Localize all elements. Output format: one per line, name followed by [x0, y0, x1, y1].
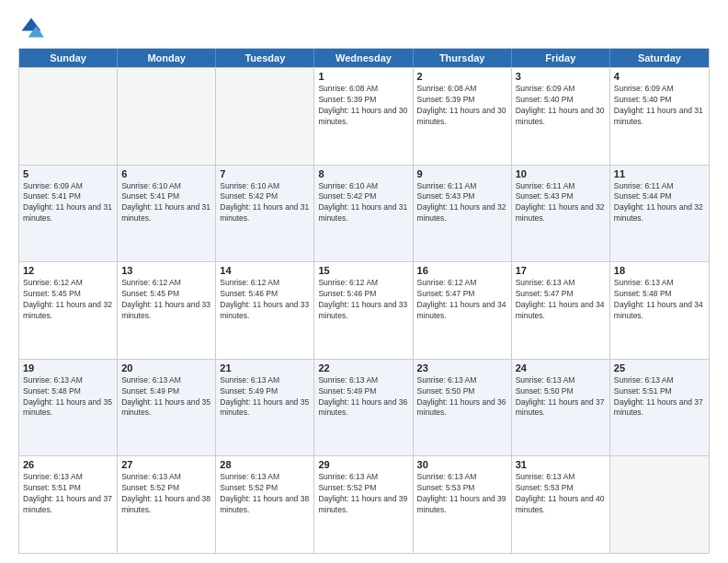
day-cell-22: 22Sunrise: 6:13 AMSunset: 5:49 PMDayligh…	[314, 360, 413, 456]
day-info: Sunrise: 6:11 AMSunset: 5:44 PMDaylight:…	[614, 181, 705, 225]
day-info: Sunrise: 6:13 AMSunset: 5:51 PMDaylight:…	[23, 472, 113, 516]
day-info: Sunrise: 6:13 AMSunset: 5:53 PMDaylight:…	[516, 472, 606, 516]
calendar-week-5: 26Sunrise: 6:13 AMSunset: 5:51 PMDayligh…	[19, 455, 709, 553]
day-number: 26	[23, 459, 113, 470]
day-cell-23: 23Sunrise: 6:13 AMSunset: 5:50 PMDayligh…	[414, 360, 512, 456]
day-info: Sunrise: 6:11 AMSunset: 5:43 PMDaylight:…	[516, 181, 606, 225]
day-number: 17	[516, 265, 606, 276]
day-cell-29: 29Sunrise: 6:13 AMSunset: 5:52 PMDayligh…	[314, 456, 413, 553]
day-number: 24	[516, 362, 606, 373]
header-day-sunday: Sunday	[19, 49, 118, 67]
day-number: 31	[516, 459, 606, 470]
day-info: Sunrise: 6:13 AMSunset: 5:50 PMDaylight:…	[417, 375, 507, 419]
day-cell-31: 31Sunrise: 6:13 AMSunset: 5:53 PMDayligh…	[512, 456, 610, 553]
day-info: Sunrise: 6:13 AMSunset: 5:49 PMDaylight:…	[121, 375, 211, 419]
page: SundayMondayTuesdayWednesdayThursdayFrid…	[0, 0, 728, 563]
day-info: Sunrise: 6:13 AMSunset: 5:52 PMDaylight:…	[318, 472, 408, 516]
day-cell-14: 14Sunrise: 6:12 AMSunset: 5:46 PMDayligh…	[216, 262, 314, 359]
day-number: 23	[417, 362, 507, 373]
header	[18, 15, 710, 40]
day-cell-8: 8Sunrise: 6:10 AMSunset: 5:42 PMDaylight…	[314, 166, 413, 262]
day-cell-1: 1Sunrise: 6:08 AMSunset: 5:39 PMDaylight…	[314, 68, 413, 165]
calendar-week-1: 1Sunrise: 6:08 AMSunset: 5:39 PMDaylight…	[19, 67, 709, 165]
day-number: 5	[23, 168, 113, 179]
day-number: 18	[614, 265, 705, 276]
day-number: 28	[220, 459, 310, 470]
header-day-wednesday: Wednesday	[314, 49, 413, 67]
day-info: Sunrise: 6:12 AMSunset: 5:47 PMDaylight:…	[417, 278, 507, 322]
day-cell-26: 26Sunrise: 6:13 AMSunset: 5:51 PMDayligh…	[19, 456, 118, 553]
calendar: SundayMondayTuesdayWednesdayThursdayFrid…	[18, 48, 710, 554]
day-number: 15	[318, 265, 408, 276]
day-cell-9: 9Sunrise: 6:11 AMSunset: 5:43 PMDaylight…	[414, 166, 512, 262]
day-info: Sunrise: 6:13 AMSunset: 5:53 PMDaylight:…	[417, 472, 507, 516]
day-cell-empty	[118, 68, 216, 165]
day-number: 2	[417, 71, 507, 82]
day-number: 7	[220, 168, 310, 179]
day-info: Sunrise: 6:13 AMSunset: 5:52 PMDaylight:…	[220, 472, 310, 516]
day-info: Sunrise: 6:08 AMSunset: 5:39 PMDaylight:…	[417, 84, 507, 128]
day-cell-5: 5Sunrise: 6:09 AMSunset: 5:41 PMDaylight…	[19, 166, 118, 262]
day-number: 1	[318, 71, 408, 82]
day-number: 21	[220, 362, 310, 373]
day-cell-11: 11Sunrise: 6:11 AMSunset: 5:44 PMDayligh…	[610, 166, 709, 262]
day-info: Sunrise: 6:12 AMSunset: 5:45 PMDaylight:…	[121, 278, 211, 322]
day-number: 25	[614, 362, 705, 373]
day-cell-empty	[19, 68, 118, 165]
day-cell-3: 3Sunrise: 6:09 AMSunset: 5:40 PMDaylight…	[512, 68, 610, 165]
day-number: 19	[23, 362, 113, 373]
day-info: Sunrise: 6:09 AMSunset: 5:40 PMDaylight:…	[614, 84, 705, 128]
day-number: 12	[23, 265, 113, 276]
day-info: Sunrise: 6:10 AMSunset: 5:42 PMDaylight:…	[318, 181, 408, 225]
day-cell-empty	[216, 68, 314, 165]
logo-icon	[18, 15, 44, 40]
header-day-monday: Monday	[118, 49, 216, 67]
day-cell-19: 19Sunrise: 6:13 AMSunset: 5:48 PMDayligh…	[19, 360, 118, 456]
day-number: 27	[121, 459, 211, 470]
day-cell-21: 21Sunrise: 6:13 AMSunset: 5:49 PMDayligh…	[216, 360, 314, 456]
header-day-tuesday: Tuesday	[216, 49, 314, 67]
day-info: Sunrise: 6:13 AMSunset: 5:47 PMDaylight:…	[516, 278, 606, 322]
day-cell-30: 30Sunrise: 6:13 AMSunset: 5:53 PMDayligh…	[414, 456, 512, 553]
day-info: Sunrise: 6:12 AMSunset: 5:46 PMDaylight:…	[220, 278, 310, 322]
day-info: Sunrise: 6:12 AMSunset: 5:46 PMDaylight:…	[318, 278, 408, 322]
day-number: 20	[121, 362, 211, 373]
day-number: 6	[121, 168, 211, 179]
day-info: Sunrise: 6:13 AMSunset: 5:51 PMDaylight:…	[614, 375, 705, 419]
header-day-saturday: Saturday	[610, 49, 709, 67]
day-info: Sunrise: 6:09 AMSunset: 5:40 PMDaylight:…	[516, 84, 606, 128]
day-number: 16	[417, 265, 507, 276]
day-info: Sunrise: 6:13 AMSunset: 5:49 PMDaylight:…	[318, 375, 408, 419]
day-number: 10	[516, 168, 606, 179]
day-cell-25: 25Sunrise: 6:13 AMSunset: 5:51 PMDayligh…	[610, 360, 709, 456]
day-info: Sunrise: 6:09 AMSunset: 5:41 PMDaylight:…	[23, 181, 113, 225]
header-day-thursday: Thursday	[414, 49, 512, 67]
day-number: 29	[318, 459, 408, 470]
day-cell-6: 6Sunrise: 6:10 AMSunset: 5:41 PMDaylight…	[118, 166, 216, 262]
day-cell-27: 27Sunrise: 6:13 AMSunset: 5:52 PMDayligh…	[118, 456, 216, 553]
logo	[18, 15, 48, 40]
day-info: Sunrise: 6:12 AMSunset: 5:45 PMDaylight:…	[23, 278, 113, 322]
day-info: Sunrise: 6:13 AMSunset: 5:48 PMDaylight:…	[614, 278, 705, 322]
day-info: Sunrise: 6:13 AMSunset: 5:48 PMDaylight:…	[23, 375, 113, 419]
day-number: 13	[121, 265, 211, 276]
day-number: 11	[614, 168, 705, 179]
day-cell-12: 12Sunrise: 6:12 AMSunset: 5:45 PMDayligh…	[19, 262, 118, 359]
header-day-friday: Friday	[512, 49, 610, 67]
day-cell-empty	[610, 456, 709, 553]
calendar-week-3: 12Sunrise: 6:12 AMSunset: 5:45 PMDayligh…	[19, 261, 709, 359]
calendar-body: 1Sunrise: 6:08 AMSunset: 5:39 PMDaylight…	[19, 67, 709, 553]
day-info: Sunrise: 6:10 AMSunset: 5:42 PMDaylight:…	[220, 181, 310, 225]
day-info: Sunrise: 6:08 AMSunset: 5:39 PMDaylight:…	[318, 84, 408, 128]
calendar-week-4: 19Sunrise: 6:13 AMSunset: 5:48 PMDayligh…	[19, 359, 709, 456]
day-number: 30	[417, 459, 507, 470]
day-cell-18: 18Sunrise: 6:13 AMSunset: 5:48 PMDayligh…	[610, 262, 709, 359]
day-number: 8	[318, 168, 408, 179]
day-info: Sunrise: 6:13 AMSunset: 5:50 PMDaylight:…	[516, 375, 606, 419]
calendar-header-row: SundayMondayTuesdayWednesdayThursdayFrid…	[19, 49, 709, 67]
day-cell-24: 24Sunrise: 6:13 AMSunset: 5:50 PMDayligh…	[512, 360, 610, 456]
calendar-week-2: 5Sunrise: 6:09 AMSunset: 5:41 PMDaylight…	[19, 165, 709, 262]
day-info: Sunrise: 6:10 AMSunset: 5:41 PMDaylight:…	[121, 181, 211, 225]
day-number: 22	[318, 362, 408, 373]
day-cell-16: 16Sunrise: 6:12 AMSunset: 5:47 PMDayligh…	[414, 262, 512, 359]
